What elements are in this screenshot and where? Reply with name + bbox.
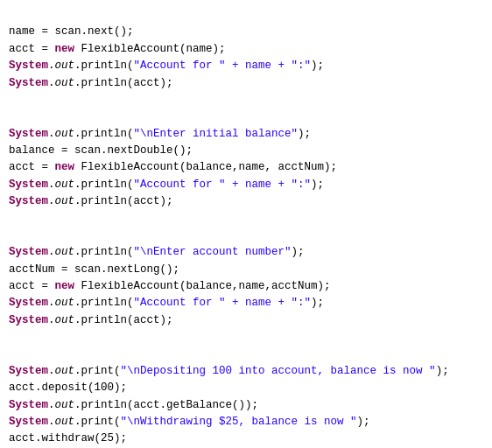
code-line-8: balance = scan.nextDouble(); (9, 143, 483, 159)
plain-text: .println(acct.getBalance()); (74, 399, 258, 411)
method-name: out (55, 399, 75, 411)
code-editor: name = scan.next();acct = new FlexibleAc… (9, 7, 483, 448)
plain-text: .print( (74, 365, 121, 377)
keyword: new (55, 43, 75, 55)
plain-text: . (48, 416, 55, 428)
plain-text: . (48, 399, 55, 411)
keyword: System (9, 128, 48, 140)
plain-text: .println(acct); (74, 314, 173, 326)
plain-text: acct.deposit(100); (9, 382, 127, 394)
keyword: System (9, 60, 48, 72)
code-line-1: name = scan.next(); (9, 24, 483, 40)
keyword: System (9, 416, 48, 428)
plain-text: acctNum = scan.nextLong(); (9, 263, 179, 276)
string-literal: "\nEnter account number" (134, 246, 292, 258)
code-line-18: System.out.println(acct); (9, 312, 483, 329)
code-line-4: System.out.println(acct); (9, 75, 483, 92)
code-line-16: acct = new FlexibleAccount(balance,name,… (9, 278, 483, 295)
plain-text: acct = (9, 43, 55, 55)
code-line-10: System.out.println("Account for " + name… (9, 177, 483, 193)
code-line-14: System.out.println("\nEnter account numb… (9, 244, 483, 261)
code-line-12 (9, 211, 483, 228)
keyword: System (9, 77, 48, 89)
string-literal: "\nWithdrawing $25, balance is now " (121, 416, 357, 428)
code-line-2: acct = new FlexibleAccount(name); (9, 41, 483, 58)
keyword: new (55, 161, 75, 173)
plain-text: .print( (74, 416, 121, 428)
keyword: System (9, 314, 48, 326)
code-line-7: System.out.println("\nEnter initial bala… (9, 126, 483, 143)
code-line-5 (9, 92, 483, 108)
plain-text: ); (357, 416, 370, 428)
code-line-3: System.out.println("Account for " + name… (9, 58, 483, 74)
method-name: out (55, 246, 75, 258)
plain-text: ); (292, 246, 305, 258)
plain-text: . (48, 246, 55, 258)
method-name: out (55, 416, 75, 428)
plain-text: . (48, 297, 55, 309)
plain-text: ); (311, 60, 324, 72)
code-line-24: System.out.print("\nWithdrawing $25, bal… (9, 414, 483, 430)
method-name: out (55, 178, 75, 191)
method-name: out (55, 297, 75, 309)
code-line-13 (9, 228, 483, 244)
string-literal: "Account for " + name + ":" (134, 60, 312, 72)
string-literal: "\nEnter initial balance" (134, 128, 299, 140)
plain-text: .println( (74, 297, 134, 309)
string-literal: "\nDepositing 100 into account, balance … (121, 365, 436, 377)
string-literal: "Account for " + name + ":" (134, 178, 312, 191)
method-name: out (55, 128, 75, 140)
plain-text: . (48, 60, 55, 72)
code-line-15: acctNum = scan.nextLong(); (9, 262, 483, 278)
keyword: System (9, 365, 48, 377)
plain-text: FlexibleAccount(balance,name,acctNum); (74, 280, 331, 292)
method-name: out (55, 365, 75, 377)
code-line-9: acct = new FlexibleAccount(balance,name,… (9, 159, 483, 176)
plain-text: .println(acct); (74, 77, 173, 89)
method-name: out (55, 77, 75, 89)
keyword: System (9, 246, 48, 258)
code-line-22: acct.deposit(100); (9, 380, 483, 396)
plain-text: . (48, 77, 55, 89)
keyword: new (55, 280, 75, 292)
plain-text: FlexibleAccount(balance,name, acctNum); (74, 161, 337, 173)
code-line-23: System.out.println(acct.getBalance()); (9, 397, 483, 414)
keyword: System (9, 178, 48, 191)
plain-text: balance = scan.nextDouble(); (9, 144, 193, 157)
plain-text: . (48, 365, 55, 377)
plain-text: acct = (9, 161, 55, 173)
plain-text: .println( (74, 178, 134, 191)
plain-text: .println(acct); (74, 195, 173, 207)
keyword: System (9, 297, 48, 309)
code-line-19 (9, 329, 483, 346)
plain-text: ); (298, 128, 311, 140)
plain-text: .println( (74, 128, 134, 140)
code-line-21: System.out.print("\nDepositing 100 into … (9, 363, 483, 380)
plain-text: . (48, 178, 55, 191)
code-line-20 (9, 346, 483, 363)
code-line-25: acct.withdraw(25); (9, 430, 483, 447)
method-name: out (55, 60, 75, 72)
keyword: System (9, 399, 48, 411)
plain-text: ); (436, 365, 449, 377)
plain-text: acct = (9, 280, 55, 292)
method-name: out (55, 314, 75, 326)
plain-text: ); (311, 297, 324, 309)
plain-text: ); (311, 178, 324, 191)
code-line-6 (9, 108, 483, 125)
keyword: System (9, 195, 48, 207)
plain-text: . (48, 314, 55, 326)
method-name: out (55, 195, 75, 207)
plain-text: . (48, 128, 55, 140)
plain-text: .println( (74, 246, 134, 258)
code-line-17: System.out.println("Account for " + name… (9, 295, 483, 312)
plain-text: FlexibleAccount(name); (74, 43, 226, 55)
plain-text: .println( (74, 60, 134, 72)
plain-text: . (48, 195, 55, 207)
plain-text: name = scan.next(); (9, 25, 134, 38)
plain-text: acct.withdraw(25); (9, 432, 127, 444)
code-line-11: System.out.println(acct); (9, 193, 483, 210)
string-literal: "Account for " + name + ":" (134, 297, 312, 309)
